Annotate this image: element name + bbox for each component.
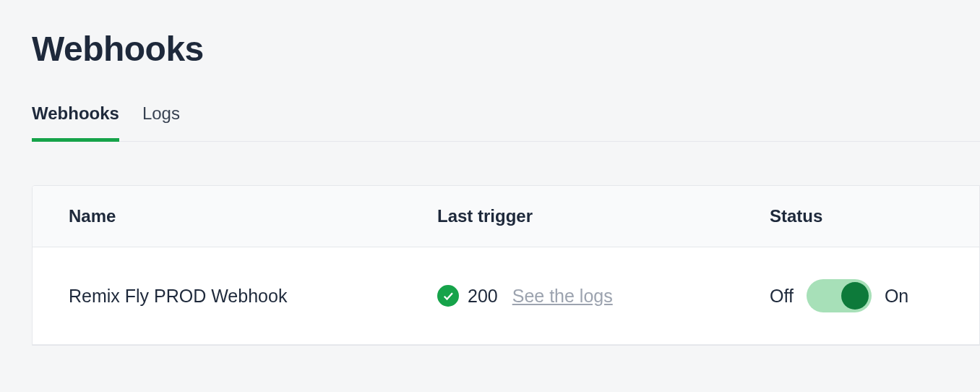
tabs: Webhooks Logs (32, 103, 980, 142)
status-code: 200 (468, 286, 498, 307)
column-header-status: Status (770, 206, 979, 226)
tab-webhooks[interactable]: Webhooks (32, 103, 119, 141)
page-title: Webhooks (32, 29, 980, 69)
check-circle-icon (437, 285, 459, 307)
webhook-name: Remix Fly PROD Webhook (33, 286, 437, 307)
webhooks-table: Name Last trigger Status Remix Fly PROD … (32, 185, 980, 346)
see-logs-link[interactable]: See the logs (512, 286, 613, 307)
column-header-name: Name (33, 206, 437, 226)
table-row: Remix Fly PROD Webhook 200 See the logs … (33, 247, 979, 345)
toggle-knob (841, 282, 869, 310)
last-trigger-cell: 200 See the logs (437, 285, 770, 307)
tab-logs[interactable]: Logs (142, 103, 180, 141)
toggle-on-label: On (885, 286, 908, 307)
column-header-last-trigger: Last trigger (437, 206, 770, 226)
toggle-off-label: Off (770, 286, 794, 307)
status-cell: Off On (770, 279, 979, 312)
status-toggle[interactable] (807, 279, 872, 312)
table-header-row: Name Last trigger Status (33, 186, 979, 247)
